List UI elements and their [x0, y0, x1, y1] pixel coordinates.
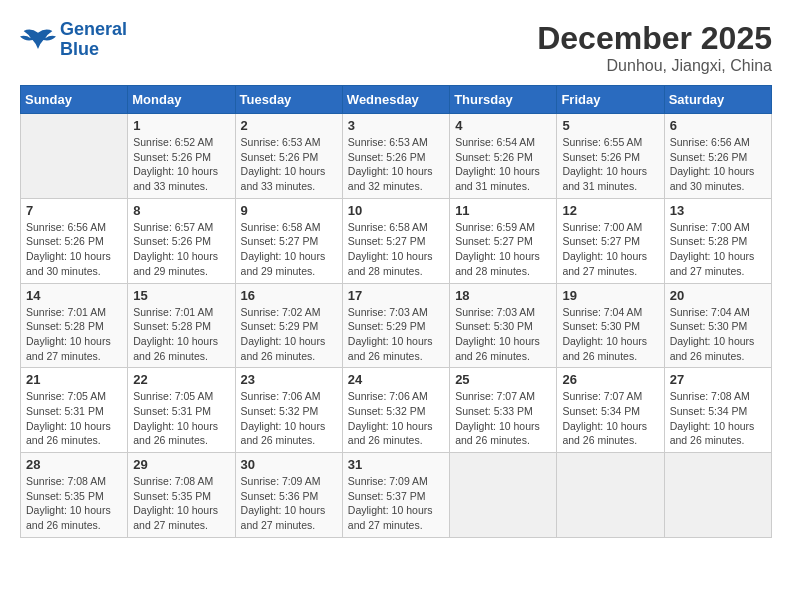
calendar-cell: 15Sunrise: 7:01 AM Sunset: 5:28 PM Dayli… — [128, 283, 235, 368]
title-block: December 2025 Dunhou, Jiangxi, China — [537, 20, 772, 75]
weekday-thursday: Thursday — [450, 86, 557, 114]
day-info: Sunrise: 7:07 AM Sunset: 5:34 PM Dayligh… — [562, 389, 658, 448]
calendar-week-2: 7Sunrise: 6:56 AM Sunset: 5:26 PM Daylig… — [21, 198, 772, 283]
calendar-cell: 9Sunrise: 6:58 AM Sunset: 5:27 PM Daylig… — [235, 198, 342, 283]
calendar-cell: 24Sunrise: 7:06 AM Sunset: 5:32 PM Dayli… — [342, 368, 449, 453]
day-info: Sunrise: 6:52 AM Sunset: 5:26 PM Dayligh… — [133, 135, 229, 194]
day-number: 5 — [562, 118, 658, 133]
calendar-cell: 23Sunrise: 7:06 AM Sunset: 5:32 PM Dayli… — [235, 368, 342, 453]
day-info: Sunrise: 7:03 AM Sunset: 5:30 PM Dayligh… — [455, 305, 551, 364]
calendar-cell — [21, 114, 128, 199]
calendar-cell — [664, 453, 771, 538]
calendar-week-1: 1Sunrise: 6:52 AM Sunset: 5:26 PM Daylig… — [21, 114, 772, 199]
page-header: General Blue December 2025 Dunhou, Jiang… — [20, 20, 772, 75]
calendar-cell: 26Sunrise: 7:07 AM Sunset: 5:34 PM Dayli… — [557, 368, 664, 453]
weekday-saturday: Saturday — [664, 86, 771, 114]
day-number: 17 — [348, 288, 444, 303]
calendar-cell: 6Sunrise: 6:56 AM Sunset: 5:26 PM Daylig… — [664, 114, 771, 199]
day-number: 16 — [241, 288, 337, 303]
day-info: Sunrise: 7:08 AM Sunset: 5:35 PM Dayligh… — [26, 474, 122, 533]
calendar-cell: 1Sunrise: 6:52 AM Sunset: 5:26 PM Daylig… — [128, 114, 235, 199]
calendar-cell: 2Sunrise: 6:53 AM Sunset: 5:26 PM Daylig… — [235, 114, 342, 199]
calendar-cell: 21Sunrise: 7:05 AM Sunset: 5:31 PM Dayli… — [21, 368, 128, 453]
day-info: Sunrise: 6:56 AM Sunset: 5:26 PM Dayligh… — [26, 220, 122, 279]
calendar-cell: 13Sunrise: 7:00 AM Sunset: 5:28 PM Dayli… — [664, 198, 771, 283]
logo-text: General Blue — [60, 20, 127, 60]
day-number: 28 — [26, 457, 122, 472]
logo: General Blue — [20, 20, 127, 60]
day-info: Sunrise: 7:04 AM Sunset: 5:30 PM Dayligh… — [562, 305, 658, 364]
day-number: 29 — [133, 457, 229, 472]
day-number: 10 — [348, 203, 444, 218]
weekday-sunday: Sunday — [21, 86, 128, 114]
weekday-tuesday: Tuesday — [235, 86, 342, 114]
day-number: 25 — [455, 372, 551, 387]
calendar-body: 1Sunrise: 6:52 AM Sunset: 5:26 PM Daylig… — [21, 114, 772, 538]
day-info: Sunrise: 7:00 AM Sunset: 5:28 PM Dayligh… — [670, 220, 766, 279]
day-info: Sunrise: 7:08 AM Sunset: 5:34 PM Dayligh… — [670, 389, 766, 448]
day-info: Sunrise: 6:58 AM Sunset: 5:27 PM Dayligh… — [348, 220, 444, 279]
day-info: Sunrise: 6:55 AM Sunset: 5:26 PM Dayligh… — [562, 135, 658, 194]
calendar-week-5: 28Sunrise: 7:08 AM Sunset: 5:35 PM Dayli… — [21, 453, 772, 538]
calendar-cell: 4Sunrise: 6:54 AM Sunset: 5:26 PM Daylig… — [450, 114, 557, 199]
day-number: 21 — [26, 372, 122, 387]
day-info: Sunrise: 7:06 AM Sunset: 5:32 PM Dayligh… — [241, 389, 337, 448]
day-number: 31 — [348, 457, 444, 472]
day-info: Sunrise: 7:03 AM Sunset: 5:29 PM Dayligh… — [348, 305, 444, 364]
day-info: Sunrise: 7:07 AM Sunset: 5:33 PM Dayligh… — [455, 389, 551, 448]
day-number: 24 — [348, 372, 444, 387]
day-info: Sunrise: 7:04 AM Sunset: 5:30 PM Dayligh… — [670, 305, 766, 364]
day-info: Sunrise: 6:56 AM Sunset: 5:26 PM Dayligh… — [670, 135, 766, 194]
day-number: 6 — [670, 118, 766, 133]
day-info: Sunrise: 6:57 AM Sunset: 5:26 PM Dayligh… — [133, 220, 229, 279]
calendar-cell: 27Sunrise: 7:08 AM Sunset: 5:34 PM Dayli… — [664, 368, 771, 453]
day-number: 27 — [670, 372, 766, 387]
calendar-cell: 12Sunrise: 7:00 AM Sunset: 5:27 PM Dayli… — [557, 198, 664, 283]
day-info: Sunrise: 6:54 AM Sunset: 5:26 PM Dayligh… — [455, 135, 551, 194]
day-number: 22 — [133, 372, 229, 387]
day-info: Sunrise: 6:59 AM Sunset: 5:27 PM Dayligh… — [455, 220, 551, 279]
weekday-wednesday: Wednesday — [342, 86, 449, 114]
calendar-cell: 10Sunrise: 6:58 AM Sunset: 5:27 PM Dayli… — [342, 198, 449, 283]
day-number: 4 — [455, 118, 551, 133]
day-info: Sunrise: 7:09 AM Sunset: 5:36 PM Dayligh… — [241, 474, 337, 533]
day-info: Sunrise: 7:06 AM Sunset: 5:32 PM Dayligh… — [348, 389, 444, 448]
day-number: 7 — [26, 203, 122, 218]
calendar-cell: 17Sunrise: 7:03 AM Sunset: 5:29 PM Dayli… — [342, 283, 449, 368]
calendar-cell: 7Sunrise: 6:56 AM Sunset: 5:26 PM Daylig… — [21, 198, 128, 283]
day-info: Sunrise: 6:53 AM Sunset: 5:26 PM Dayligh… — [241, 135, 337, 194]
calendar-cell: 16Sunrise: 7:02 AM Sunset: 5:29 PM Dayli… — [235, 283, 342, 368]
day-number: 19 — [562, 288, 658, 303]
day-number: 23 — [241, 372, 337, 387]
day-info: Sunrise: 7:09 AM Sunset: 5:37 PM Dayligh… — [348, 474, 444, 533]
calendar-cell: 19Sunrise: 7:04 AM Sunset: 5:30 PM Dayli… — [557, 283, 664, 368]
calendar-cell: 8Sunrise: 6:57 AM Sunset: 5:26 PM Daylig… — [128, 198, 235, 283]
day-number: 9 — [241, 203, 337, 218]
day-info: Sunrise: 7:05 AM Sunset: 5:31 PM Dayligh… — [26, 389, 122, 448]
day-info: Sunrise: 7:05 AM Sunset: 5:31 PM Dayligh… — [133, 389, 229, 448]
day-info: Sunrise: 7:00 AM Sunset: 5:27 PM Dayligh… — [562, 220, 658, 279]
day-number: 20 — [670, 288, 766, 303]
calendar-week-3: 14Sunrise: 7:01 AM Sunset: 5:28 PM Dayli… — [21, 283, 772, 368]
calendar-cell: 5Sunrise: 6:55 AM Sunset: 5:26 PM Daylig… — [557, 114, 664, 199]
weekday-header-row: SundayMondayTuesdayWednesdayThursdayFrid… — [21, 86, 772, 114]
day-number: 3 — [348, 118, 444, 133]
day-number: 8 — [133, 203, 229, 218]
day-number: 12 — [562, 203, 658, 218]
day-info: Sunrise: 6:53 AM Sunset: 5:26 PM Dayligh… — [348, 135, 444, 194]
day-number: 26 — [562, 372, 658, 387]
calendar-cell — [450, 453, 557, 538]
day-number: 2 — [241, 118, 337, 133]
calendar-cell: 30Sunrise: 7:09 AM Sunset: 5:36 PM Dayli… — [235, 453, 342, 538]
month-title: December 2025 — [537, 20, 772, 57]
weekday-monday: Monday — [128, 86, 235, 114]
calendar-cell: 31Sunrise: 7:09 AM Sunset: 5:37 PM Dayli… — [342, 453, 449, 538]
day-info: Sunrise: 7:08 AM Sunset: 5:35 PM Dayligh… — [133, 474, 229, 533]
calendar-cell: 29Sunrise: 7:08 AM Sunset: 5:35 PM Dayli… — [128, 453, 235, 538]
calendar-cell: 22Sunrise: 7:05 AM Sunset: 5:31 PM Dayli… — [128, 368, 235, 453]
calendar-cell — [557, 453, 664, 538]
day-number: 1 — [133, 118, 229, 133]
calendar-cell: 11Sunrise: 6:59 AM Sunset: 5:27 PM Dayli… — [450, 198, 557, 283]
logo-bird-icon — [20, 25, 56, 55]
calendar-cell: 3Sunrise: 6:53 AM Sunset: 5:26 PM Daylig… — [342, 114, 449, 199]
